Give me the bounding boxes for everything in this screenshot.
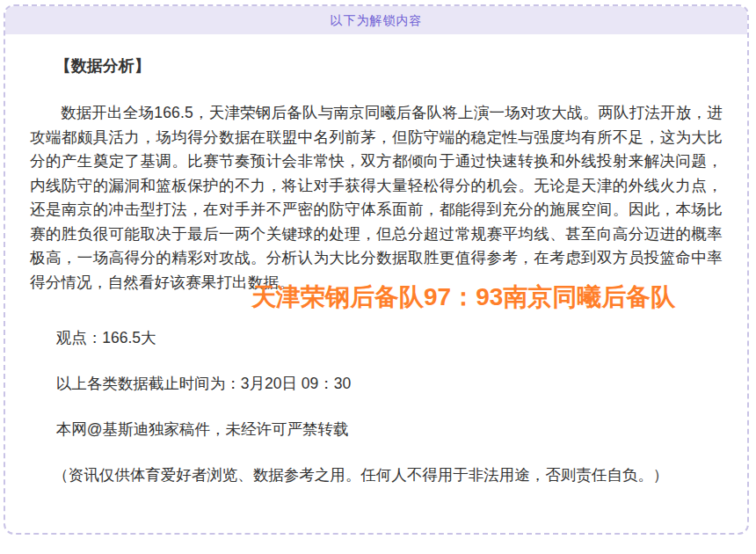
copyright-line: 本网@基斯迪独家稿件，未经许可严禁转载 — [30, 418, 723, 441]
score-prediction: 天津荣钢后备队97：93南京同曦后备队 — [251, 282, 723, 312]
unlocked-content-box: 以下为解锁内容 【数据分析】 数据开出全场166.5，天津荣钢后备队与南京同曦后… — [4, 4, 749, 535]
section-title-data-analysis: 【数据分析】 — [30, 55, 723, 77]
unlock-notice-banner: 以下为解锁内容 — [5, 6, 747, 34]
data-cutoff-line: 以上各类数据截止时间为：3月20日 09：30 — [30, 372, 723, 395]
viewpoint-line: 观点：166.5大 — [30, 326, 723, 349]
article-body: 【数据分析】 数据开出全场166.5，天津荣钢后备队与南京同曦后备队将上演一场对… — [5, 55, 747, 486]
analysis-paragraph: 数据开出全场166.5，天津荣钢后备队与南京同曦后备队将上演一场对攻大战。两队打… — [30, 101, 723, 295]
page: 以下为解锁内容 【数据分析】 数据开出全场166.5，天津荣钢后备队与南京同曦后… — [0, 0, 756, 554]
disclaimer-line: （资讯仅供体育爱好者浏览、数据参考之用。任何人不得用于非法用途，否则责任自负。） — [30, 463, 723, 486]
